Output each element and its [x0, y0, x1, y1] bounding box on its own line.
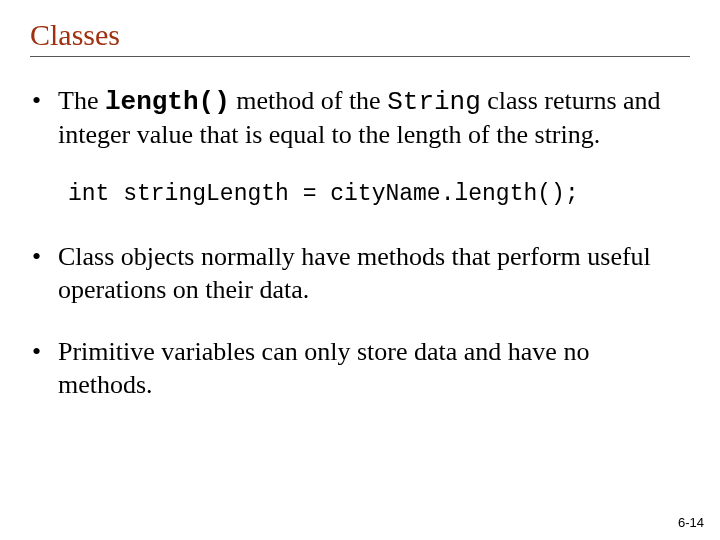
- bullet-item-1: The length() method of the String class …: [30, 85, 690, 151]
- slide: Classes The length() method of the Strin…: [0, 0, 720, 540]
- page-number: 6-14: [678, 515, 704, 530]
- bullet-list: The length() method of the String class …: [30, 85, 690, 151]
- bullet-item-3: Primitive variables can only store data …: [30, 336, 690, 401]
- bullet-list-2: Class objects normally have methods that…: [30, 241, 690, 401]
- code-example: int stringLength = cityName.length();: [68, 181, 690, 207]
- code-length: length(): [105, 87, 230, 117]
- text-fragment: The: [58, 86, 105, 115]
- page-title: Classes: [30, 18, 690, 52]
- code-string: String: [387, 87, 481, 117]
- title-underline: [30, 56, 690, 57]
- text-fragment: method of the: [230, 86, 387, 115]
- bullet-item-2: Class objects normally have methods that…: [30, 241, 690, 306]
